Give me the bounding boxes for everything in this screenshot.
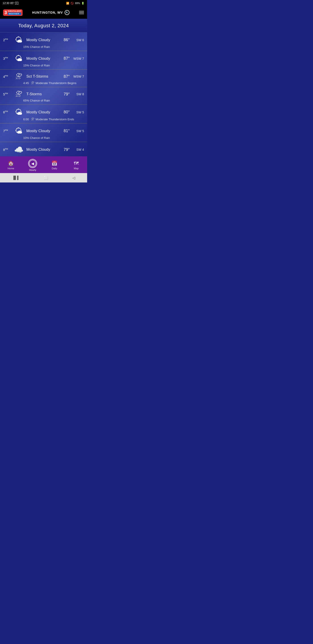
time-3pm: 3PM [3,56,11,60]
wind-7pm: SW 5 [73,129,84,133]
status-temp: 85° [10,2,14,5]
detail-time-6pm: 6:00 [23,118,29,121]
condition-2pm: Mostly Cloudy [26,38,60,42]
temp-5pm: 79° [60,92,70,96]
condition-4pm: Sct T-Storms [26,74,60,79]
hourly-row-2pm: 2PM 🌤 Mostly Cloudy 86° SW 6 15% Chance … [0,32,87,51]
temp-7pm: 81° [60,128,70,133]
icon-8pm: ☁️ [14,145,24,154]
wind-2pm: SW 6 [73,38,84,42]
system-nav: ▐▌▌ ⬜ ◁ [0,173,87,182]
detail-6pm: Moderate Thunderstorm Ends [35,118,74,121]
search-icon: 🔍 [66,12,69,14]
bottom-nav: 🏠 Home ◀ Hourly 📅 Daily 🗺 Map [0,156,87,173]
detail-icon-6pm: ⛈ [31,118,34,121]
wifi-icon: 📶 [66,2,69,5]
battery-percent: 69% [75,2,80,4]
hourly-row-3pm: 3PM 🌤 Mostly Cloudy 87° WSW 7 15% Chance… [0,51,87,70]
temp-2pm: 86° [60,38,70,42]
icon-4pm: ⛈ [14,73,24,80]
map-icon: 🗺 [74,160,79,166]
recent-apps-button[interactable]: ▐▌▌ [12,176,20,180]
condition-5pm: T-Storms [26,92,60,96]
channel-number: 3 [4,10,7,15]
no-symbol-icon: 🚫 [71,2,74,5]
hourly-row-6pm: 6PM 🌤 Mostly Cloudy 80° SW 5 6:00 ⛈ Mode… [0,105,87,124]
icon-2pm: 🌤 [14,36,24,44]
hourly-row-4pm: 4PM ⛈ Sct T-Storms 87° WSW 7 4:45 ⛈ Mode… [0,70,87,87]
map-label: Map [74,167,79,170]
temp-4pm: 87° [60,74,70,79]
time-5pm: 5PM [3,92,11,96]
temp-6pm: 80° [60,110,70,114]
home-button[interactable]: ⬜ [44,176,48,180]
detail-7pm: 10% Chance of Rain [23,136,50,140]
temp-3pm: 87° [60,56,70,61]
nav-home[interactable]: 🏠 Home [4,160,18,170]
detail-3pm: 15% Chance of Rain [23,64,50,67]
menu-button[interactable] [79,11,84,14]
condition-3pm: Mostly Cloudy [26,56,60,61]
detail-2pm: 15% Chance of Rain [23,45,50,48]
nav-hourly[interactable]: ◀ Hourly [26,158,39,172]
time-2pm: 2PM [3,38,11,42]
app-header: 3 FIRSTALERT WEATHER HUNTINGTON, WV 🔍 [0,6,87,19]
hourly-icon: ◀ [29,160,36,167]
condition-7pm: Mostly Cloudy [26,129,60,133]
hourly-row-7pm: 7PM 🌤 Mostly Cloudy 81° SW 5 10% Chance … [0,124,87,142]
condition-6pm: Mostly Cloudy [26,110,60,114]
nav-daily[interactable]: 📅 Daily [48,160,61,170]
time-4pm: 4PM [3,75,11,78]
battery-icon: 🔋 [81,2,84,5]
status-bar: 12:30 85° ✕ 📶 🚫 69% 🔋 [0,0,87,6]
wind-5pm: SW 8 [73,92,84,96]
city-name: HUNTINGTON, WV [32,11,63,14]
search-button[interactable]: 🔍 [64,10,69,15]
detail-time-4pm: 4:45 [23,82,29,85]
time-6pm: 6PM [3,110,11,114]
condition-8pm: Mostly Cloudy [26,147,60,152]
wind-4pm: WSW 7 [73,75,84,78]
hourly-list: 2PM 🌤 Mostly Cloudy 86° SW 6 15% Chance … [0,32,87,156]
status-left: 12:30 85° ✕ [3,2,18,5]
icon-6pm: 🌤 [14,108,24,116]
location-label: HUNTINGTON, WV 🔍 [32,10,69,15]
wind-6pm: SW 5 [73,110,84,114]
home-icon: 🏠 [8,160,14,166]
home-label: Home [7,167,14,170]
icon-5pm: ⛈ [14,90,24,98]
date-banner: Today, August 2, 2024 [0,19,87,32]
status-x-icon: ✕ [15,2,18,4]
icon-3pm: 🌤 [14,54,24,63]
hourly-row-8pm: 8PM ☁️ Mostly Cloudy 79° SW 4 [0,142,87,156]
logo-text-group: FIRSTALERT WEATHER [8,10,21,15]
detail-5pm: 65% Chance of Rain [23,99,50,102]
hourly-label: Hourly [29,168,36,171]
icon-7pm: 🌤 [14,126,24,135]
detail-4pm: Moderate Thunderstorm Begins [35,82,76,85]
logo: 3 FIRSTALERT WEATHER [3,10,22,16]
wind-8pm: SW 4 [73,148,84,152]
date-text: Today, August 2, 2024 [18,23,69,28]
temp-8pm: 79° [60,147,70,152]
back-button[interactable]: ◁ [72,176,75,180]
status-right: 📶 🚫 69% 🔋 [66,2,84,5]
time-7pm: 7PM [3,129,11,133]
detail-icon-4pm: ⛈ [31,81,34,85]
hourly-row-5pm: 5PM ⛈ T-Storms 79° SW 8 65% Chance of Ra… [0,87,87,105]
status-time: 12:30 [3,2,9,5]
first-alert-text: FIRSTALERT [8,10,21,12]
weather-text: WEATHER [8,12,21,15]
nav-map[interactable]: 🗺 Map [69,160,83,170]
time-8pm: 8PM [3,148,11,152]
daily-label: Daily [52,167,57,170]
daily-icon: 📅 [51,160,57,166]
wind-3pm: WSW 7 [73,57,84,60]
